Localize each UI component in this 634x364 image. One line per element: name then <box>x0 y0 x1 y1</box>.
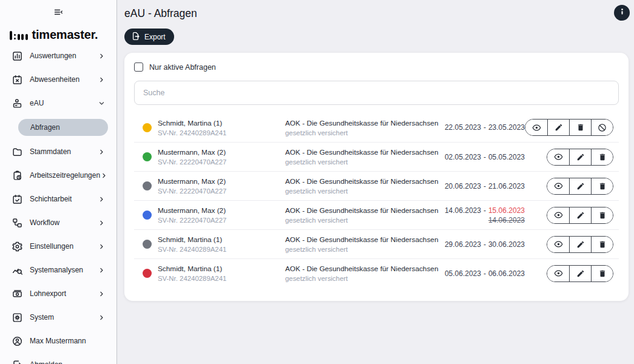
employee-name: Schmidt, Martina (1) <box>158 265 285 273</box>
edit-icon <box>576 211 585 220</box>
delete-icon <box>598 153 607 161</box>
delete-icon <box>576 123 585 132</box>
view-button[interactable] <box>547 149 569 165</box>
employee-name: Mustermann, Max (2) <box>158 177 285 186</box>
sidebar-item-schichtarbeit[interactable]: Schichtarbeit <box>0 191 116 207</box>
sidebar-item-lohnexport[interactable]: Lohnexport <box>0 286 116 302</box>
sidebar-item-stammdaten[interactable]: Stammdaten <box>0 144 116 160</box>
row-actions <box>547 207 613 224</box>
sidebar-item-abwesenheiten[interactable]: Abwesenheiten <box>0 72 116 87</box>
row-actions-wrap <box>525 265 619 282</box>
date-range: 14.06.2023-15.06.2023 14.06.2023 <box>434 206 525 224</box>
date-from: 29.06.2023 <box>445 240 481 249</box>
sidebar-item-systemanalysen[interactable]: Systemanalysen <box>0 262 116 278</box>
insurer-name: AOK - Die Gesundheitskasse für Niedersac… <box>285 119 434 127</box>
chevron-right-icon <box>98 148 106 156</box>
view-button[interactable] <box>525 120 547 135</box>
insurer-name: AOK - Die Gesundheitskasse für Niedersac… <box>285 235 434 244</box>
insurer-cell: AOK - Die Gesundheitskasse für Niedersac… <box>285 119 434 136</box>
view-button[interactable] <box>547 178 569 194</box>
sidebar-item-einstellungen[interactable]: Einstellungen <box>0 238 116 254</box>
status-dot-gray <box>143 240 152 249</box>
logout-label: Abmelden <box>30 360 106 364</box>
edit-button[interactable] <box>569 207 591 223</box>
edit-button[interactable] <box>569 237 591 252</box>
chevron-right-icon <box>98 52 106 60</box>
edit-icon <box>576 240 585 249</box>
delete-button[interactable] <box>591 266 613 281</box>
sidebar-item-label: Arbeitszeitregelungen <box>30 171 100 180</box>
insurer-name: AOK - Die Gesundheitskasse für Niedersac… <box>285 265 434 273</box>
delete-button[interactable] <box>591 149 613 165</box>
sidebar-item-auswertungen[interactable]: Auswertungen <box>0 48 116 64</box>
view-button[interactable] <box>547 207 569 223</box>
date-from: 22.05.2023 <box>445 123 481 132</box>
query-row: Mustermann, Max (2) SV-Nr. 22220470A227 … <box>134 171 619 200</box>
employee-cell: Schmidt, Martina (1) SV-Nr. 24240289A241 <box>158 235 285 253</box>
row-actions <box>547 236 613 253</box>
status-dot-green <box>143 152 152 161</box>
sidebar-item-workflow[interactable]: Workflow <box>0 215 116 231</box>
collapse-sidebar-button[interactable] <box>52 6 65 20</box>
query-row: Mustermann, Max (2) SV-Nr. 22220470A227 … <box>134 142 619 171</box>
info-button[interactable] <box>614 5 630 21</box>
chart-search-icon <box>12 265 22 275</box>
delete-button[interactable] <box>591 237 613 252</box>
employee-cell: Schmidt, Martina (1) SV-Nr. 24240289A241 <box>158 119 285 136</box>
sidebar-item-logout[interactable]: Abmelden <box>0 357 116 364</box>
delete-button[interactable] <box>591 178 613 194</box>
date-separator: - <box>484 153 486 161</box>
row-actions-wrap <box>525 236 619 253</box>
chevron-right-icon <box>98 290 106 298</box>
delete-icon <box>598 240 607 249</box>
sidebar-item-user[interactable]: Max Mustermann <box>0 333 116 349</box>
insurance-type: gesetzlich versichert <box>285 158 434 166</box>
edit-icon <box>555 123 563 132</box>
only-active-filter[interactable]: Nur aktive Abfragen <box>134 62 619 72</box>
date-from: 02.05.2023 <box>445 153 481 161</box>
insurer-name: AOK - Die Gesundheitskasse für Niedersac… <box>285 148 434 157</box>
delete-icon <box>598 269 607 278</box>
insurance-type: gesetzlich versichert <box>285 275 434 282</box>
status-dot-red <box>143 269 152 278</box>
date-separator: - <box>484 240 486 249</box>
only-active-checkbox[interactable] <box>134 62 143 72</box>
sidebar-item-eau[interactable]: eAU <box>0 95 116 111</box>
edit-button[interactable] <box>569 149 591 165</box>
chevron-right-icon <box>98 266 106 274</box>
query-row: Schmidt, Martina (1) SV-Nr. 24240289A241… <box>134 113 619 142</box>
edit-button[interactable] <box>547 120 569 135</box>
insurer-cell: AOK - Die Gesundheitskasse für Niedersac… <box>285 206 434 224</box>
view-icon <box>554 240 563 249</box>
view-button[interactable] <box>547 266 569 281</box>
query-row: Schmidt, Martina (1) SV-Nr. 24240289A241… <box>134 229 619 258</box>
banknote-icon <box>12 289 22 299</box>
delete-button[interactable] <box>591 207 613 223</box>
sidebar-subitem-abfragen[interactable]: Abfragen <box>18 119 108 136</box>
row-actions-wrap <box>525 149 619 166</box>
sidebar-item-label: Auswertungen <box>30 52 98 60</box>
status-dot-blue <box>143 211 152 220</box>
delete-button[interactable] <box>569 120 591 135</box>
chevron-right-icon <box>98 195 106 203</box>
insurer-name: AOK - Die Gesundheitskasse für Niedersac… <box>285 206 434 215</box>
delete-icon <box>598 182 607 190</box>
edit-button[interactable] <box>569 178 591 194</box>
view-icon <box>554 211 563 220</box>
search-input[interactable] <box>134 81 619 105</box>
insurer-cell: AOK - Die Gesundheitskasse für Niedersac… <box>285 235 434 253</box>
export-button[interactable]: Export <box>124 29 174 45</box>
cancel-button[interactable] <box>591 120 613 135</box>
row-actions <box>547 178 613 195</box>
chevron-right-icon <box>98 314 106 322</box>
date-separator: - <box>484 182 486 190</box>
view-button[interactable] <box>547 237 569 252</box>
row-actions <box>525 119 613 136</box>
row-actions <box>547 149 613 166</box>
edit-button[interactable] <box>569 266 591 281</box>
employee-cell: Mustermann, Max (2) SV-Nr. 22220470A227 <box>158 177 285 195</box>
sidebar-item-arbeitszeitregelungen[interactable]: Arbeitszeitregelungen <box>0 167 116 183</box>
timemaster-logo: timemaster. <box>10 28 116 42</box>
sidebar-item-label: Systemanalysen <box>30 266 98 274</box>
sidebar-item-system[interactable]: System <box>0 309 116 325</box>
